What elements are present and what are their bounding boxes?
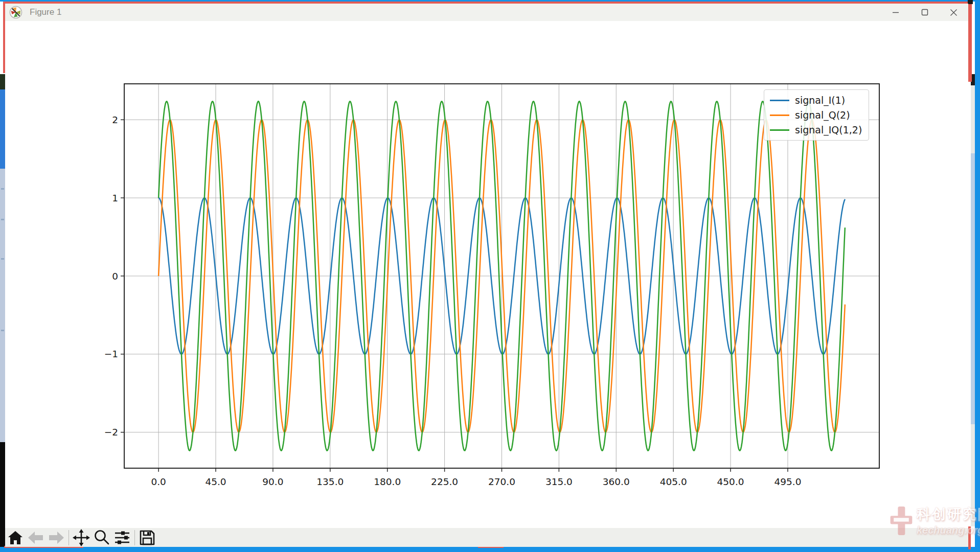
legend-entry: signal_I(1): [770, 95, 862, 106]
annotation-right-top: [968, 0, 972, 82]
home-button[interactable]: [5, 529, 26, 546]
legend-line-signal-i: [770, 100, 789, 101]
zoom-magnifier-icon: [93, 529, 110, 546]
legend-entry: signal_IQ(1,2): [770, 124, 862, 135]
minimize-button[interactable]: [881, 4, 910, 21]
x-tick-label: 450.0: [717, 476, 744, 487]
annotation-right-bottom: [968, 526, 971, 549]
plot-canvas[interactable]: 0.045.090.0135.0180.0225.0270.0315.0360.…: [5, 21, 968, 528]
forward-arrow-icon: [48, 531, 64, 544]
y-tick-label: −2: [104, 427, 118, 438]
maximize-icon: [921, 9, 928, 16]
x-tick-label: 315.0: [545, 476, 573, 487]
y-tick-label: 0: [112, 271, 118, 282]
x-tick-label: 360.0: [603, 476, 630, 487]
x-tick-label: 135.0: [316, 476, 344, 487]
legend-entry: signal_Q(2): [770, 109, 862, 121]
forward-button[interactable]: [46, 529, 66, 546]
pan-button[interactable]: [71, 529, 92, 546]
figure-window: Figure 1: [5, 4, 968, 547]
x-tick-label: 90.0: [262, 476, 283, 487]
maximize-button[interactable]: [910, 4, 939, 21]
scrollbar-mark: [1, 330, 4, 331]
y-tick-label: 2: [112, 114, 118, 125]
scrollbar-mark: [1, 258, 4, 260]
y-tick-label: 1: [112, 193, 118, 203]
titlebar[interactable]: Figure 1: [5, 4, 968, 21]
x-tick-label: 45.0: [205, 476, 226, 487]
minimize-icon: [892, 9, 899, 16]
sliders-icon: [113, 529, 131, 546]
x-tick-label: 405.0: [660, 476, 687, 487]
save-button[interactable]: [137, 529, 157, 546]
annotation-corner: [968, 0, 973, 4]
legend-label: signal_IQ(1,2): [795, 124, 862, 135]
x-tick-label: 0.0: [151, 476, 166, 487]
x-tick-label: 180.0: [374, 476, 401, 487]
x-tick-label: 495.0: [774, 476, 801, 487]
configure-subplots-button[interactable]: [112, 529, 132, 546]
close-icon: [950, 9, 958, 16]
legend-label: signal_Q(2): [795, 109, 850, 121]
background-window-scrollbar[interactable]: [0, 169, 5, 442]
toolbar-separator: [134, 530, 135, 545]
legend: signal_I(1) signal_Q(2) signal_IQ(1,2): [764, 89, 869, 141]
scrollbar-thumb[interactable]: [971, 153, 975, 424]
home-icon: [7, 530, 24, 545]
background-window-left-strip: [0, 89, 5, 169]
legend-label: signal_I(1): [795, 95, 845, 106]
matplotlib-icon: [9, 6, 22, 19]
zoom-button[interactable]: [92, 529, 112, 546]
toolbar-separator: [69, 530, 69, 545]
save-floppy-icon: [139, 529, 156, 546]
frame-right: [975, 0, 980, 552]
window-title: Figure 1: [30, 4, 61, 21]
pan-icon: [72, 528, 90, 547]
scrollbar-mark: [1, 219, 4, 220]
mpl-toolbar: [5, 528, 968, 547]
background-window-left-strip: [0, 74, 5, 89]
back-button[interactable]: [26, 529, 46, 546]
background-window-left-strip: [0, 442, 5, 552]
x-tick-label: 270.0: [488, 476, 515, 487]
y-tick-label: −1: [104, 349, 118, 359]
legend-line-signal-q: [770, 114, 789, 116]
close-button[interactable]: [939, 4, 968, 21]
x-tick-label: 225.0: [431, 476, 458, 487]
back-arrow-icon: [28, 531, 44, 544]
scrollbar-mark: [1, 188, 4, 190]
legend-line-signal-iq: [770, 129, 789, 131]
screenshot-root: Figure 1: [0, 0, 980, 552]
